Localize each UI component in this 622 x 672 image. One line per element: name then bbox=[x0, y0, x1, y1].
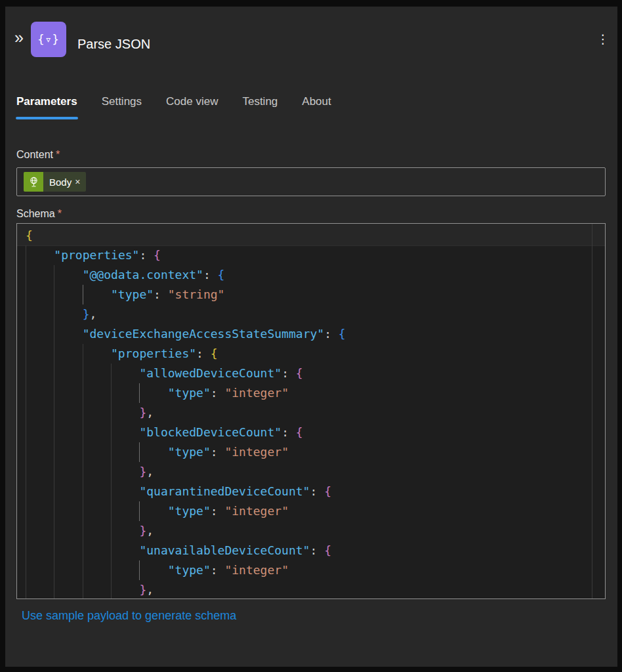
code-token: "type" bbox=[168, 386, 211, 400]
code-token: , bbox=[146, 465, 154, 478]
indent-guide bbox=[54, 462, 82, 482]
code-line: "deviceExchangeAccessStateSummary": { bbox=[26, 324, 592, 344]
indent-guide bbox=[54, 501, 82, 521]
code-line: "type": "string" bbox=[26, 285, 592, 304]
indent-guide bbox=[26, 462, 54, 482]
indent-guide bbox=[83, 403, 111, 423]
code-token: : bbox=[281, 366, 296, 380]
indent-guide bbox=[54, 403, 82, 423]
code-token: "type" bbox=[168, 563, 211, 577]
indent-guide bbox=[26, 482, 54, 501]
content-input[interactable]: Body × bbox=[16, 167, 606, 196]
schema-code-editor[interactable]: {"properties": {"@@odata.context": {"typ… bbox=[16, 223, 606, 599]
code-line: "type": "integer" bbox=[26, 383, 592, 403]
code-line: }, bbox=[26, 403, 592, 423]
tab-parameters[interactable]: Parameters bbox=[16, 93, 77, 112]
indent-guide bbox=[111, 442, 139, 462]
code-line: "unavailableDeviceCount": { bbox=[26, 541, 592, 560]
indent-guide bbox=[111, 364, 139, 383]
indent-guide bbox=[54, 364, 82, 383]
indent-guide bbox=[54, 482, 82, 501]
code-token: } bbox=[139, 465, 146, 478]
code-token: "unavailableDeviceCount" bbox=[139, 543, 310, 557]
code-token: } bbox=[139, 524, 146, 537]
indent-guide bbox=[83, 501, 111, 521]
code-token: : bbox=[211, 386, 225, 400]
code-line: "blockedDeviceCount": { bbox=[26, 423, 592, 442]
code-token: : bbox=[324, 327, 339, 341]
token-label: Body bbox=[43, 177, 75, 188]
token-remove-icon[interactable]: × bbox=[75, 177, 86, 187]
indent-guide bbox=[83, 442, 111, 462]
indent-guide bbox=[26, 245, 54, 265]
code-token: "type" bbox=[111, 287, 154, 301]
indent-guide bbox=[54, 423, 82, 442]
indent-guide bbox=[54, 324, 82, 344]
overflow-menu-icon[interactable]: ⋮ bbox=[594, 30, 612, 49]
code-token: "type" bbox=[168, 445, 211, 459]
code-line: }, bbox=[26, 462, 592, 482]
editor-scrollbar-gutter[interactable] bbox=[592, 224, 592, 598]
indent-guide bbox=[26, 580, 54, 599]
generate-schema-link[interactable]: Use sample payload to generate schema bbox=[22, 609, 236, 623]
tab-settings[interactable]: Settings bbox=[102, 93, 142, 112]
code-token: : bbox=[211, 445, 225, 459]
indent-guide bbox=[139, 501, 167, 521]
code-token: : bbox=[211, 504, 225, 518]
code-line: "type": "integer" bbox=[26, 501, 592, 521]
code-token: : bbox=[310, 543, 324, 557]
code-token: "blockedDeviceCount" bbox=[139, 425, 281, 439]
indent-guide bbox=[139, 383, 167, 403]
code-token: "integer" bbox=[224, 504, 289, 518]
code-token: "integer" bbox=[224, 386, 289, 400]
collapse-panel-icon[interactable]: » bbox=[9, 28, 29, 48]
indent-guide bbox=[111, 580, 139, 599]
indent-guide bbox=[111, 501, 139, 521]
indent-guide bbox=[26, 403, 54, 423]
indent-guide bbox=[54, 344, 82, 364]
schema-field-label: Schema* bbox=[16, 208, 62, 220]
code-token: : bbox=[154, 287, 168, 301]
parse-json-action-icon: {▿} bbox=[31, 22, 66, 57]
indent-guide bbox=[54, 304, 82, 324]
code-line: "properties": { bbox=[26, 344, 592, 364]
indent-guide bbox=[54, 580, 82, 599]
code-token: : bbox=[196, 346, 211, 360]
indent-guide bbox=[83, 364, 111, 383]
indent-guide bbox=[54, 541, 82, 560]
page-title: Parse JSON bbox=[77, 37, 150, 52]
indent-guide bbox=[83, 462, 111, 482]
indent-guide bbox=[83, 560, 111, 580]
code-token: , bbox=[146, 524, 154, 537]
code-token: : bbox=[203, 268, 218, 282]
indent-guide bbox=[111, 383, 139, 403]
indent-guide bbox=[54, 521, 82, 541]
indent-guide bbox=[26, 383, 54, 403]
indent-guide bbox=[139, 442, 167, 462]
code-line: }, bbox=[26, 580, 592, 599]
code-token: { bbox=[26, 228, 33, 242]
indent-guide bbox=[83, 541, 111, 560]
code-token: { bbox=[218, 268, 225, 282]
tab-code-view[interactable]: Code view bbox=[166, 93, 218, 112]
indent-guide bbox=[83, 521, 111, 541]
tab-about[interactable]: About bbox=[302, 93, 331, 112]
tab-testing[interactable]: Testing bbox=[242, 93, 278, 112]
indent-guide bbox=[26, 423, 54, 442]
indent-guide bbox=[54, 442, 82, 462]
code-token: "type" bbox=[168, 504, 211, 518]
code-token: , bbox=[146, 406, 154, 419]
dynamic-content-token-body[interactable]: Body × bbox=[24, 172, 86, 192]
code-token: "properties" bbox=[54, 248, 139, 262]
indent-guide bbox=[83, 285, 111, 304]
code-token: : bbox=[211, 563, 225, 577]
indent-guide bbox=[26, 560, 54, 580]
code-token: : bbox=[310, 484, 324, 498]
code-line: "allowedDeviceCount": { bbox=[26, 364, 592, 383]
indent-guide bbox=[83, 580, 111, 599]
content-label-text: Content bbox=[16, 149, 53, 160]
indent-guide bbox=[111, 482, 139, 501]
code-token: "string" bbox=[168, 287, 225, 301]
indent-guide bbox=[83, 344, 111, 364]
code-line: "type": "integer" bbox=[26, 442, 592, 462]
